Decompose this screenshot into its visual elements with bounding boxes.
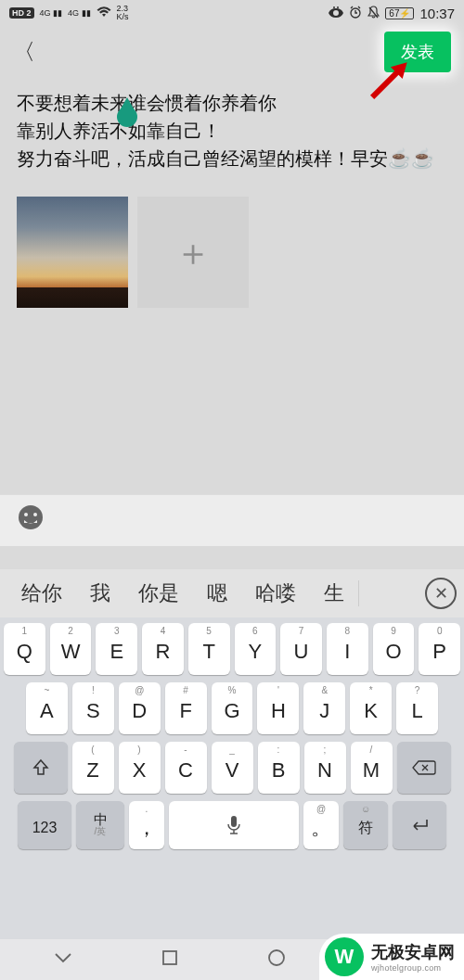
close-suggestions-icon[interactable]: ✕ xyxy=(425,578,457,609)
key-o[interactable]: 9O xyxy=(373,623,415,675)
shift-key[interactable] xyxy=(14,742,68,794)
nav-recent-icon[interactable] xyxy=(160,948,180,972)
key-p[interactable]: 0P xyxy=(419,623,460,675)
keyboard: 1Q2W3E4R5T6Y7U8I9O0P ~A!S@D#F%G'H&J*K?L … xyxy=(0,617,464,939)
hd-badge: HD 2 xyxy=(9,7,34,19)
key-i[interactable]: 8I xyxy=(327,623,368,675)
back-icon[interactable]: 〈 xyxy=(13,37,35,67)
nav-down-icon[interactable] xyxy=(53,948,73,972)
key-r[interactable]: 4R xyxy=(142,623,184,675)
key-x[interactable]: )X xyxy=(119,742,161,794)
status-bar: HD 2 4G ▮▮ 4G ▮▮ 2.3K/s 67⚡ 10:37 xyxy=(0,0,464,26)
mute-icon xyxy=(367,6,380,21)
svg-rect-7 xyxy=(231,816,237,827)
key-s[interactable]: !S xyxy=(72,682,114,734)
key-k[interactable]: *K xyxy=(350,682,392,734)
watermark-logo: W xyxy=(325,937,364,976)
key-z[interactable]: (Z xyxy=(72,742,114,794)
key-h[interactable]: 'H xyxy=(257,682,299,734)
net-speed: 2.3K/s xyxy=(117,5,129,21)
svg-point-1 xyxy=(337,6,339,8)
backspace-key[interactable] xyxy=(397,742,451,794)
key-d[interactable]: @D xyxy=(119,682,161,734)
suggestion-item[interactable]: 给你 xyxy=(7,579,76,607)
svg-point-6 xyxy=(33,513,37,516)
emoji-toolbar xyxy=(0,494,464,546)
key-t[interactable]: 5T xyxy=(188,623,230,675)
nav-home-icon[interactable] xyxy=(266,948,287,972)
key-a[interactable]: ~A xyxy=(26,682,68,734)
signal-1: 4G ▮▮ xyxy=(40,9,63,18)
key-m[interactable]: /M xyxy=(351,742,393,794)
suggestion-item[interactable]: 你是 xyxy=(124,579,193,607)
key-v[interactable]: _V xyxy=(212,742,253,794)
svg-point-0 xyxy=(333,6,335,8)
watermark-title: 无极安卓网 xyxy=(371,941,455,963)
key-g[interactable]: %G xyxy=(212,682,253,734)
key-l[interactable]: ?L xyxy=(396,682,438,734)
emoji-icon[interactable] xyxy=(17,503,45,538)
suggestion-item[interactable]: 嗯 xyxy=(193,579,241,607)
attached-image-thumbnail[interactable] xyxy=(17,197,128,308)
suggestion-item[interactable]: 生 xyxy=(310,579,358,607)
wifi-icon xyxy=(97,6,111,20)
svg-point-9 xyxy=(269,950,284,965)
numeric-key[interactable]: 123 xyxy=(18,801,71,849)
microphone-icon xyxy=(226,815,242,835)
key-b[interactable]: :B xyxy=(258,742,300,794)
watermark-subtitle: wjhotelgroup.com xyxy=(371,963,455,973)
comma-key[interactable]: .， xyxy=(129,801,164,849)
svg-point-4 xyxy=(19,505,43,529)
alarm-icon xyxy=(349,6,362,21)
enter-key[interactable] xyxy=(393,801,446,849)
watermark: W 无极安卓网 wjhotelgroup.com xyxy=(319,934,464,980)
post-text-input[interactable]: 不要想着未来谁会惯着你养着你 靠别人养活不如靠自己！ 努力奋斗吧，活成自己曾经渴… xyxy=(17,89,447,172)
compose-area[interactable]: 不要想着未来谁会惯着你养着你 靠别人养活不如靠自己！ 努力奋斗吧，活成自己曾经渴… xyxy=(0,78,464,308)
key-q[interactable]: 1Q xyxy=(4,623,45,675)
add-image-button[interactable]: ＋ xyxy=(137,197,249,308)
eye-icon xyxy=(329,6,343,20)
symbol-key[interactable]: ☺符 xyxy=(343,801,388,849)
battery-indicator: 67⚡ xyxy=(385,7,414,19)
language-key[interactable]: 中/英 xyxy=(76,801,124,849)
key-n[interactable]: ;N xyxy=(304,742,346,794)
plus-icon: ＋ xyxy=(174,227,212,278)
key-f[interactable]: #F xyxy=(165,682,207,734)
suggestion-strip: 给你 我 你是 嗯 哈喽 生 ✕ xyxy=(0,569,464,617)
separator xyxy=(358,580,359,606)
space-key[interactable] xyxy=(169,801,299,849)
svg-rect-8 xyxy=(163,951,176,964)
suggestion-item[interactable]: 我 xyxy=(76,579,124,607)
period-key[interactable]: @。 xyxy=(303,801,339,849)
key-c[interactable]: -C xyxy=(165,742,207,794)
key-w[interactable]: 2W xyxy=(50,623,92,675)
suggestion-item[interactable]: 哈喽 xyxy=(241,579,310,607)
text-cursor-handle[interactable] xyxy=(117,107,137,127)
key-y[interactable]: 6Y xyxy=(235,623,277,675)
key-e[interactable]: 3E xyxy=(96,623,137,675)
key-u[interactable]: 7U xyxy=(280,623,322,675)
clock: 10:37 xyxy=(419,6,455,21)
signal-2: 4G ▮▮ xyxy=(68,9,91,18)
key-j[interactable]: &J xyxy=(303,682,345,734)
svg-point-5 xyxy=(24,513,28,516)
